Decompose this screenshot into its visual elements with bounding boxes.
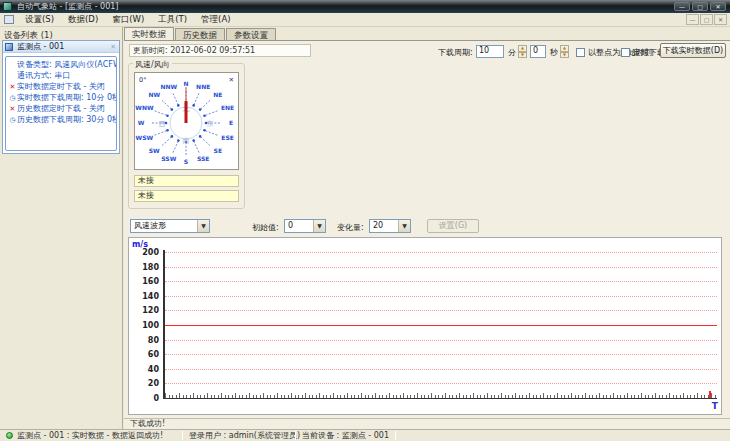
spinner-down-icon[interactable]: ▼	[560, 52, 569, 59]
status-section: 当前设备 : 监测点 - 001	[296, 430, 395, 441]
clock-icon: ◷	[8, 116, 17, 124]
chevron-down-icon[interactable]: ▼	[197, 220, 209, 232]
compass-east-label: 东	[207, 120, 214, 128]
compass-direction-label: SSE	[197, 155, 209, 162]
x-axis-tick	[662, 395, 663, 398]
compass-direction-label: ENE	[221, 104, 234, 111]
x-axis-tick	[225, 395, 226, 398]
device-info-text: 历史数据定时下载 - 关闭	[17, 103, 105, 114]
x-axis-tick	[295, 395, 296, 398]
x-axis-tick	[613, 393, 614, 398]
checkbox-icon[interactable]	[621, 48, 630, 57]
waveform-select[interactable]: 风速波形 ▼	[130, 219, 210, 233]
x-axis-tick	[431, 393, 432, 398]
tab-inactive[interactable]: 历史数据	[175, 28, 225, 40]
compass-arrowhead-icon	[192, 104, 195, 107]
device-panel: 监测点 - 001 ✕ 设备类型: 风速风向仪(ACFW-4)通讯方式: 串口✕…	[2, 40, 120, 154]
seconds-input[interactable]: 0	[530, 45, 546, 58]
x-axis-tick	[291, 393, 292, 398]
seconds-spinner[interactable]: ▲ ▼	[560, 45, 569, 58]
x-axis-tick	[484, 395, 485, 398]
x-axis-tick	[564, 395, 565, 398]
gridline	[165, 369, 717, 370]
compass-spoke	[155, 131, 167, 136]
compass-direction-label: S	[184, 158, 188, 165]
x-axis-tick	[543, 393, 544, 398]
menu-item[interactable]: 管理(A)	[198, 13, 233, 27]
y-axis-tick-label: 100	[129, 321, 159, 330]
mdi-minimize-button[interactable]: —	[686, 14, 699, 25]
gridline	[165, 267, 717, 268]
y-axis-tick-label: 200	[129, 248, 159, 257]
pin-icon[interactable]: ✕	[110, 43, 116, 51]
download-period-label: 下载周期:	[438, 47, 473, 58]
x-axis-tick	[599, 393, 600, 398]
x-axis-tick	[197, 395, 198, 398]
time-axis-label: T	[712, 401, 718, 411]
minutes-input[interactable]: 10	[476, 45, 504, 58]
mdi-close-button[interactable]: ✕	[714, 14, 727, 25]
mdi-restore-button[interactable]: ▢	[700, 14, 713, 25]
status-text: 登录用户 : admin(系统管理员)	[189, 430, 300, 441]
x-axis-tick	[547, 395, 548, 398]
compass-arrowhead-icon	[171, 108, 174, 111]
x-axis-tick	[281, 395, 282, 398]
x-axis-tick	[515, 393, 516, 398]
tab-active[interactable]: 实时数据	[124, 27, 174, 40]
x-axis-tick	[536, 395, 537, 398]
y-axis-tick-label: 160	[129, 277, 159, 286]
menu-item[interactable]: 设置(S)	[22, 13, 57, 27]
compass-arrowhead-icon	[177, 104, 180, 107]
menu-item[interactable]: 窗口(W)	[109, 13, 147, 27]
spinner-down-icon[interactable]: ▼	[518, 52, 527, 59]
x-axis-tick	[228, 395, 229, 398]
x-axis-tick	[680, 395, 681, 398]
initial-value-select[interactable]: 0 ▼	[284, 219, 326, 233]
timed-download-checkbox[interactable]: 定时下载	[621, 47, 665, 58]
checkbox-icon[interactable]	[576, 48, 585, 57]
menu-item[interactable]: 工具(T)	[155, 13, 190, 27]
compass-corner-icon: ✕	[229, 76, 234, 84]
document-icon	[4, 15, 14, 24]
device-tree-node[interactable]: 监测点 - 001 ✕	[3, 41, 119, 53]
window-title: 自动气象站 - [监测点 - 001]	[17, 1, 118, 12]
x-axis-tick	[463, 395, 464, 398]
minimize-button[interactable]: —	[674, 2, 690, 11]
compass-arrowhead-icon	[192, 139, 195, 142]
compass-spoke	[162, 137, 171, 146]
close-button[interactable]: ✕	[710, 2, 726, 11]
chevron-down-icon[interactable]: ▼	[313, 220, 325, 232]
x-axis-tick	[183, 395, 184, 398]
y-axis-tick-label: 80	[129, 336, 159, 345]
x-axis-tick	[522, 395, 523, 398]
x-axis-tick	[375, 393, 376, 398]
x-axis-tick	[312, 395, 313, 398]
download-realtime-button[interactable]: 下载实时数据(D)	[660, 43, 726, 58]
compass-west-label: 西	[159, 120, 166, 128]
settings-button[interactable]: 设置(G)	[427, 219, 479, 233]
x-axis-tick	[396, 395, 397, 398]
delta-select[interactable]: 20 ▼	[369, 219, 411, 233]
x-axis-tick	[200, 395, 201, 398]
compass-spoke	[201, 137, 210, 146]
menu-item[interactable]: 数据(D)	[65, 13, 101, 27]
x-axis-tick	[694, 395, 695, 398]
maximize-button[interactable]: ▢	[692, 2, 708, 11]
compass-spoke	[205, 131, 217, 136]
x-axis-tick	[445, 393, 446, 398]
clock-icon: ◷	[8, 94, 17, 102]
x-axis-tick	[655, 393, 656, 398]
compass-spoke	[173, 142, 178, 153]
tab-inactive[interactable]: 参数设置	[226, 28, 276, 40]
x-axis-tick	[274, 395, 275, 398]
x-axis-tick	[603, 395, 604, 398]
chevron-down-icon[interactable]: ▼	[398, 220, 410, 232]
x-axis-tick	[449, 395, 450, 398]
device-info-line: ✕实时数据定时下载 - 关闭	[8, 81, 116, 92]
compass-spoke	[155, 111, 167, 116]
x-axis-tick	[519, 395, 520, 398]
x-axis-tick	[585, 393, 586, 398]
device-node-title: 监测点 - 001	[17, 41, 64, 52]
x-axis-tick	[494, 395, 495, 398]
minutes-spinner[interactable]: ▲ ▼	[518, 45, 527, 58]
